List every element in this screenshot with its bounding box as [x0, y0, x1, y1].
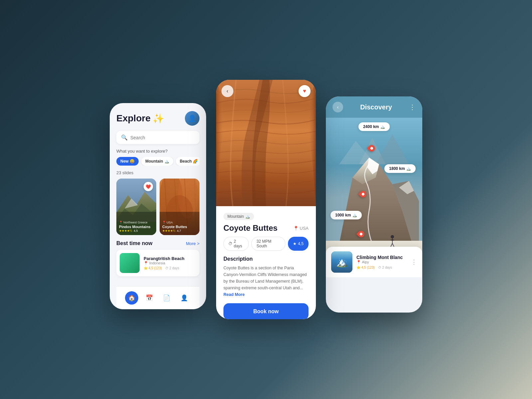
best-time-title: Best time now [116, 240, 152, 246]
beach-duration: ⏱ 2 days [165, 266, 179, 270]
bottom-nav: 🏠 📅 📄 👤 [116, 286, 200, 309]
coyote-location: 📍USA [162, 221, 197, 224]
explore-title: Explore ✨ [116, 113, 164, 124]
beach-thumbnail [120, 253, 140, 273]
explore-subtitle: What you want to explore? [116, 149, 200, 154]
place-cards: ❤️ 📍Northwest Greece Pindos Mountains ★★… [116, 179, 200, 235]
coyote-stars: ★★★★½ 4,7 [162, 229, 197, 232]
svg-point-29 [391, 235, 394, 238]
phones-container: Explore ✨ 👤 🔍 What you want to explore? … [96, 66, 436, 332]
coyote-name: Coyote Buttes [162, 225, 197, 229]
place-card-pindos[interactable]: ❤️ 📍Northwest Greece Pindos Mountains ★★… [116, 179, 156, 235]
explore-title-text: Explore [116, 113, 151, 124]
discovery-rating: ⭐ 4,5 (123) [356, 266, 375, 269]
beach-country: 📍 Indonesia [144, 261, 196, 265]
phone-discovery: ‹ Discovery ⋮ [326, 96, 422, 313]
star-icon: ★ [293, 241, 297, 246]
discovery-header: ‹ Discovery ⋮ [326, 96, 422, 118]
filter-tabs: New 😄 Mountain 🏔️ Beach 🌈 Campi… [116, 157, 200, 166]
pindos-stars: ★★★★½ 4,5 [119, 229, 154, 232]
mountain-map: 2400 km 🏔️ 1800 km 🏔️ 1000 km 🏔️ [326, 118, 422, 277]
beach-info: Parangtritish Beach 📍 Indonesia ⭐ 4,5 (1… [144, 256, 196, 270]
description-title: Description [223, 256, 309, 262]
filter-new[interactable]: New 😄 [116, 157, 139, 166]
tag-rating: ★ 4,5 [288, 237, 309, 251]
tag-direction: 32 MPM South [251, 237, 285, 251]
discovery-more-dots[interactable]: ⋮ [409, 103, 416, 111]
destination-name: Coyote Buttes [223, 223, 278, 233]
discovery-options-dots[interactable]: ⋮ [411, 258, 417, 266]
search-bar[interactable]: 🔍 [116, 131, 200, 144]
nav-profile[interactable]: 👤 [178, 291, 191, 305]
discovery-back-button[interactable]: ‹ [332, 102, 343, 112]
distance-badge-1800: 1800 km 🏔️ [384, 164, 416, 173]
search-input[interactable] [130, 135, 195, 140]
mont-blanc-thumbnail [331, 251, 352, 273]
favorite-button[interactable]: ♥ [299, 85, 311, 97]
distance-badge-1000: 1000 km 🏔️ [331, 211, 362, 219]
nav-home[interactable]: 🏠 [125, 291, 138, 305]
filter-beach[interactable]: Beach 🌈 [176, 157, 200, 166]
phone-detail: ‹ ♥ Mountain 🏔️ Coyote Buttes 📍 USA ⏱ 2 … [216, 80, 316, 319]
beach-meta: ⭐ 4,5 (123) ⏱ 2 days [144, 266, 196, 270]
beach-name: Parangtritish Beach [144, 256, 196, 261]
phone-explore: Explore ✨ 👤 🔍 What you want to explore? … [110, 103, 206, 309]
beach-list-item[interactable]: Parangtritish Beach 📍 Indonesia ⭐ 4,5 (1… [116, 250, 200, 276]
read-more-link[interactable]: Read More [223, 292, 245, 297]
best-time-header: Best time now More > [116, 240, 200, 246]
sparkle-icon: ✨ [153, 113, 164, 124]
discovery-meta: ⭐ 4,5 (123) ⏱ 2 days [356, 266, 407, 269]
discovery-location: 📍 Alpy [356, 260, 407, 264]
more-link[interactable]: More > [186, 241, 200, 246]
pindos-name: Pindos Mountains [119, 225, 154, 229]
search-icon: 🔍 [121, 134, 128, 141]
pindos-location: 📍Northwest Greece [119, 221, 154, 224]
discovery-card[interactable]: Climbing Mont Blanc 📍 Alpy ⭐ 4,5 (123) ⏱… [326, 247, 422, 277]
slides-label: 23 slides [116, 170, 200, 175]
discovery-info: Climbing Mont Blanc 📍 Alpy ⭐ 4,5 (123) ⏱… [356, 255, 407, 269]
discovery-place-name: Climbing Mont Blanc [356, 255, 407, 260]
destination-country: 📍 USA [293, 226, 309, 231]
discovery-duration: ⏱ 2 days [378, 266, 392, 269]
clock-icon: ⏱ [228, 241, 232, 246]
detail-name-row: Coyote Buttes 📍 USA [223, 223, 309, 233]
discovery-title: Discovery [360, 103, 392, 111]
filter-mountain[interactable]: Mountain 🏔️ [141, 157, 173, 166]
card-heart-pindos[interactable]: ❤️ [144, 182, 153, 191]
nav-document[interactable]: 📄 [160, 291, 173, 305]
description-text: Coyote Buttes is a section of the Paria … [223, 265, 309, 298]
card-info-pindos: 📍Northwest Greece Pindos Mountains ★★★★½… [119, 221, 154, 232]
back-button[interactable]: ‹ [221, 85, 233, 97]
explore-header: Explore ✨ 👤 [116, 111, 200, 126]
beach-rating: ⭐ 4,5 (123) [144, 266, 162, 270]
detail-tags: ⏱ 2 days 32 MPM South ★ 4,5 [223, 237, 309, 251]
canyon-image: ‹ ♥ [216, 80, 316, 206]
distance-badge-2400: 2400 km 🏔️ [358, 122, 390, 131]
tag-duration: ⏱ 2 days [223, 237, 249, 251]
nav-calendar[interactable]: 📅 [143, 291, 156, 305]
detail-content: Mountain 🏔️ Coyote Buttes 📍 USA ⏱ 2 days… [216, 206, 316, 319]
card-info-coyote: 📍USA Coyote Buttes ★★★★½ 4,7 [162, 221, 197, 232]
book-button[interactable]: Book now [223, 303, 309, 319]
avatar[interactable]: 👤 [185, 111, 200, 126]
place-card-coyote[interactable]: 📍USA Coyote Buttes ★★★★½ 4,7 [160, 179, 200, 235]
category-badge: Mountain 🏔️ [223, 213, 254, 220]
